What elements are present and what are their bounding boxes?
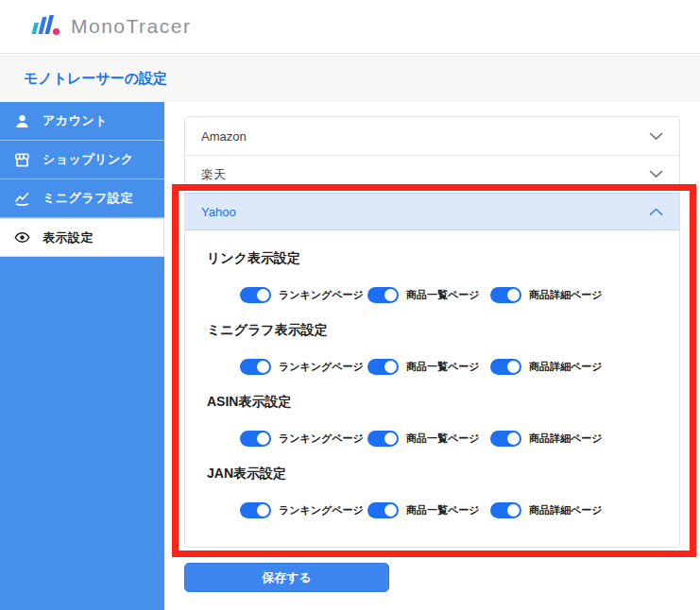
toggle-label: 商品一覧ページ [406, 288, 480, 302]
accordion-header-yahoo[interactable]: Yahoo [185, 193, 679, 230]
sidebar-item-label: ミニグラフ設定 [43, 190, 133, 207]
section-title-link-display: リンク表示設定 [207, 250, 679, 266]
chevron-up-icon [649, 208, 663, 216]
sidebar-item-shop-link[interactable]: ショップリンク [0, 141, 164, 179]
toggle-product-list-page[interactable] [367, 431, 399, 447]
page: MonoTracer モノトレーサーの設定 アカウント [0, 0, 700, 610]
toggle-group: 商品詳細ページ [490, 359, 603, 375]
sidebar: アカウント ショップリンク ミニグラフ設定 [0, 102, 164, 610]
toggle-label: 商品詳細ページ [529, 288, 603, 302]
accordion-header-rakuten[interactable]: 楽天 [185, 155, 679, 193]
toggle-row: ランキングページ 商品一覧ページ 商品詳細ページ [207, 359, 679, 375]
monotracer-logo-icon [24, 13, 62, 40]
accordion-header-amazon[interactable]: Amazon [185, 117, 679, 155]
chevron-down-icon [649, 170, 663, 178]
toggle-group: 商品一覧ページ [367, 502, 490, 518]
toggle-ranking-page[interactable] [240, 502, 271, 518]
toggle-group: 商品一覧ページ [367, 359, 490, 375]
toggle-product-list-page[interactable] [367, 502, 399, 518]
toggle-product-detail-page[interactable] [490, 431, 521, 447]
toggle-product-list-page[interactable] [367, 287, 399, 303]
toggle-label: 商品一覧ページ [406, 432, 480, 446]
brand-logo: MonoTracer [24, 13, 191, 40]
sidebar-item-label: アカウント [43, 112, 108, 129]
toggle-group: ランキングページ [240, 431, 367, 447]
chevron-down-icon [649, 132, 663, 141]
toggle-group: ランキングページ [240, 502, 367, 518]
minigraph-icon [14, 191, 30, 207]
toggle-ranking-page[interactable] [240, 359, 271, 375]
accordion-label: 楽天 [201, 166, 226, 183]
toggle-ranking-page[interactable] [240, 431, 271, 447]
eye-icon [14, 229, 30, 246]
section-title-minigraph-display: ミニグラフ表示設定 [207, 322, 679, 338]
toggle-ranking-page[interactable] [240, 287, 271, 303]
storefront-icon [14, 152, 30, 168]
toggle-product-detail-page[interactable] [490, 359, 521, 375]
toggle-product-detail-page[interactable] [490, 502, 521, 518]
toggle-group: ランキングページ [240, 359, 367, 375]
toggle-group: 商品一覧ページ [367, 431, 490, 447]
brand-name: MonoTracer [71, 15, 191, 38]
sidebar-item-account[interactable]: アカウント [0, 102, 164, 141]
app-header: MonoTracer [0, 0, 700, 54]
toggle-group: 商品詳細ページ [490, 502, 603, 518]
toggle-row: ランキングページ 商品一覧ページ 商品詳細ページ [207, 431, 679, 447]
toggle-label: ランキングページ [279, 288, 364, 302]
accordion-label: Amazon [201, 129, 247, 144]
toggle-label: ランキングページ [279, 432, 364, 446]
section-title-jan-display: JAN表示設定 [207, 466, 679, 482]
toggle-label: 商品一覧ページ [406, 360, 480, 374]
toggle-group: ランキングページ [240, 287, 367, 303]
toggle-label: ランキングページ [279, 360, 364, 374]
toggle-label: 商品詳細ページ [529, 360, 603, 374]
sidebar-item-label: ショップリンク [43, 151, 134, 168]
toggle-label: 商品詳細ページ [529, 432, 603, 446]
shop-accordion: Amazon 楽天 Yahoo リンク表示設定 ランキングペ [184, 116, 680, 548]
toggle-group: 商品詳細ページ [490, 431, 603, 447]
sidebar-item-minigraph-settings[interactable]: ミニグラフ設定 [0, 179, 164, 218]
toggle-label: 商品詳細ページ [529, 503, 603, 517]
toggle-product-list-page[interactable] [367, 359, 399, 375]
toggle-group: 商品一覧ページ [367, 287, 490, 303]
toggle-row: ランキングページ 商品一覧ページ 商品詳細ページ [207, 502, 679, 518]
toggle-label: ランキングページ [279, 503, 364, 517]
toggle-product-detail-page[interactable] [490, 287, 521, 303]
sidebar-item-display-settings[interactable]: 表示設定 [0, 218, 164, 257]
page-title: モノトレーサーの設定 [24, 70, 167, 88]
yahoo-settings-panel: リンク表示設定 ランキングページ 商品一覧ページ 商品詳細ページ ミニグラフ表示… [185, 230, 679, 547]
page-title-bar: モノトレーサーの設定 [0, 55, 700, 102]
save-button[interactable]: 保存する [184, 563, 389, 592]
accordion-label: Yahoo [201, 205, 236, 219]
sidebar-item-label: 表示設定 [43, 229, 94, 246]
toggle-label: 商品一覧ページ [406, 503, 480, 517]
user-icon [14, 113, 30, 129]
section-title-asin-display: ASIN表示設定 [207, 394, 679, 410]
toggle-group: 商品詳細ページ [490, 287, 603, 303]
toggle-row: ランキングページ 商品一覧ページ 商品詳細ページ [207, 287, 679, 303]
